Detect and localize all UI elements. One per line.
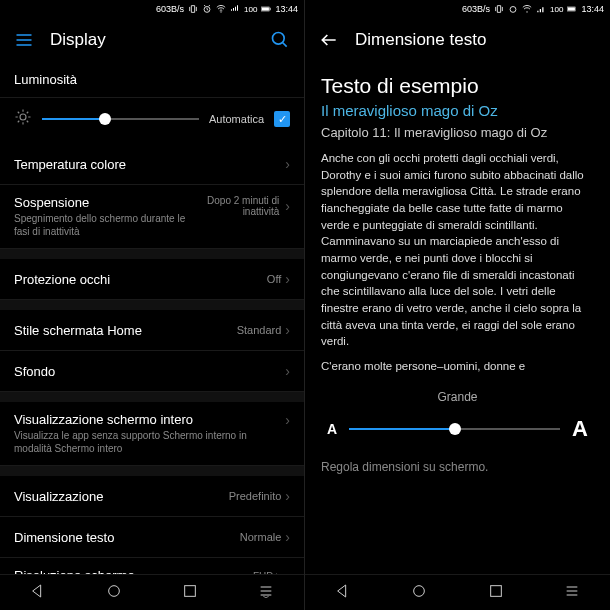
status-bar-right: 603B/s 100 13:44 <box>305 0 610 18</box>
net-speed: 603B/s <box>156 4 184 14</box>
clock: 13:44 <box>581 4 604 14</box>
status-bar: 603B/s 100 13:44 <box>0 0 304 18</box>
chevron-right-icon: › <box>285 271 290 287</box>
chevron-right-icon: › <box>285 412 290 428</box>
nav-home-icon[interactable] <box>106 583 122 603</box>
nav-home-icon[interactable] <box>411 583 427 603</box>
header-left: Display <box>0 18 304 62</box>
signal-icon <box>230 4 240 14</box>
vibrate-icon <box>494 4 504 14</box>
nav-back-icon[interactable] <box>30 583 46 603</box>
nav-recent-icon[interactable] <box>182 583 198 603</box>
item-text-size[interactable]: Dimensione testo Normale› <box>0 517 304 558</box>
battery-text: 100 <box>244 5 257 14</box>
brightness-section: Luminosità <box>0 62 304 98</box>
item-color-temp[interactable]: Temperatura colore › <box>0 144 304 185</box>
nav-recent-icon[interactable] <box>488 583 504 603</box>
sample-body: Anche con gli occhi protetti dagli occhi… <box>321 150 594 350</box>
wifi-icon <box>522 4 532 14</box>
svg-rect-3 <box>270 8 271 11</box>
clock: 13:44 <box>275 4 298 14</box>
chevron-right-icon: › <box>285 363 290 379</box>
sample-subtitle: Il meraviglioso mago di Oz <box>321 102 594 119</box>
svg-point-9 <box>510 7 516 13</box>
header-right: Dimensione testo <box>305 18 610 62</box>
chevron-right-icon: › <box>285 198 290 214</box>
svg-rect-4 <box>262 7 269 10</box>
search-icon[interactable] <box>270 30 290 50</box>
net-speed: 603B/s <box>462 4 490 14</box>
alarm-icon <box>202 4 212 14</box>
sample-body-2: C'erano molte persone–uomini, donne e <box>321 360 594 372</box>
item-suspend[interactable]: Sospensione Spegnimento dello schermo du… <box>0 185 304 249</box>
chevron-right-icon: › <box>285 322 290 338</box>
auto-label: Automatica <box>209 113 264 125</box>
signal-icon <box>536 4 546 14</box>
battery-icon <box>567 4 577 14</box>
svg-rect-12 <box>568 7 575 10</box>
sample-chapter: Capitolo 11: Il meraviglioso mago di Oz <box>321 125 594 142</box>
brightness-icon <box>14 108 32 130</box>
battery-icon <box>261 4 271 14</box>
chevron-right-icon: › <box>285 156 290 172</box>
battery-text: 100 <box>550 5 563 14</box>
letter-a-small-icon: A <box>327 421 337 437</box>
brightness-label: Luminosità <box>14 72 290 87</box>
item-eye-protection[interactable]: Protezione occhi Off› <box>0 259 304 300</box>
svg-point-1 <box>220 11 221 12</box>
auto-checkbox[interactable]: ✓ <box>274 111 290 127</box>
text-size-slider[interactable] <box>349 428 560 430</box>
letter-a-big-icon: A <box>572 416 588 442</box>
vibrate-icon <box>188 4 198 14</box>
sample-title: Testo di esempio <box>321 74 594 98</box>
item-home-style[interactable]: Stile schermata Home Standard› <box>0 310 304 351</box>
size-label: Grande <box>321 390 594 404</box>
chevron-right-icon: › <box>285 529 290 545</box>
svg-rect-14 <box>490 585 501 596</box>
back-arrow-icon[interactable] <box>319 30 339 50</box>
nav-back-icon[interactable] <box>335 583 351 603</box>
item-fullscreen[interactable]: Visualizzazione schermo intero Visualizz… <box>0 402 304 466</box>
svg-point-7 <box>109 585 120 596</box>
svg-point-6 <box>20 114 26 120</box>
nav-drawer-icon[interactable] <box>258 583 274 603</box>
svg-point-5 <box>273 33 285 45</box>
hamburger-icon[interactable] <box>14 30 34 50</box>
navbar-left <box>0 574 304 610</box>
alarm-icon <box>508 4 518 14</box>
chevron-right-icon: › <box>285 488 290 504</box>
svg-point-10 <box>526 11 527 12</box>
wifi-icon <box>216 4 226 14</box>
svg-rect-8 <box>185 585 196 596</box>
page-title: Display <box>50 30 254 50</box>
svg-point-13 <box>414 585 425 596</box>
item-wallpaper[interactable]: Sfondo › <box>0 351 304 392</box>
hint-text: Regola dimensioni su schermo. <box>321 460 594 474</box>
navbar-right <box>305 574 610 610</box>
nav-drawer-icon[interactable] <box>564 583 580 603</box>
page-title: Dimensione testo <box>355 30 596 50</box>
item-view-mode[interactable]: Visualizzazione Predefinito› <box>0 476 304 517</box>
brightness-slider[interactable] <box>42 118 199 120</box>
